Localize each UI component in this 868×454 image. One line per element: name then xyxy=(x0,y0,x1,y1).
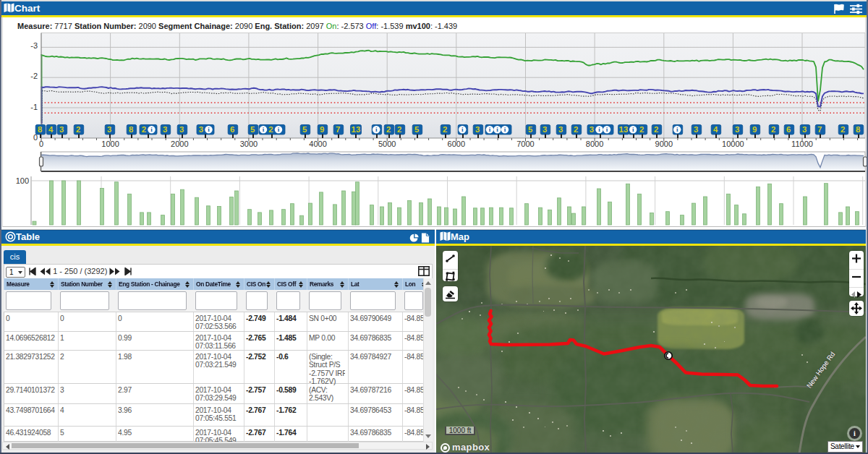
svg-text:9: 9 xyxy=(320,125,324,134)
svg-text:2: 2 xyxy=(443,125,447,134)
svg-text:6: 6 xyxy=(786,125,791,134)
svg-text:5000: 5000 xyxy=(378,140,396,148)
svg-text:2: 2 xyxy=(397,125,401,134)
svg-text:3: 3 xyxy=(735,125,739,134)
svg-text:7: 7 xyxy=(336,125,340,134)
svg-text:9000: 9000 xyxy=(655,140,673,148)
svg-text:8: 8 xyxy=(856,125,861,134)
svg-text:3000: 3000 xyxy=(240,140,258,148)
svg-text:3: 3 xyxy=(199,125,203,134)
svg-text:7000: 7000 xyxy=(516,140,534,148)
svg-text:0: 0 xyxy=(39,140,43,148)
svg-text:7: 7 xyxy=(817,125,822,134)
svg-text:5: 5 xyxy=(302,125,307,134)
svg-text:3: 3 xyxy=(59,125,64,134)
svg-text:-1: -1 xyxy=(30,103,38,111)
svg-text:3: 3 xyxy=(694,125,698,134)
svg-text:2: 2 xyxy=(771,125,775,134)
svg-text:3: 3 xyxy=(107,125,111,134)
svg-text:2: 2 xyxy=(654,125,658,134)
svg-text:8: 8 xyxy=(38,125,43,134)
svg-text:-3: -3 xyxy=(30,41,38,50)
svg-text:3: 3 xyxy=(163,125,167,134)
svg-text:3: 3 xyxy=(179,125,184,134)
svg-text:4000: 4000 xyxy=(309,140,326,148)
svg-text:5: 5 xyxy=(250,125,255,134)
svg-text:3: 3 xyxy=(802,125,807,134)
svg-text:10000: 10000 xyxy=(722,140,744,148)
svg-text:13: 13 xyxy=(619,125,629,134)
svg-text:3: 3 xyxy=(542,125,547,134)
svg-text:9: 9 xyxy=(752,125,757,134)
svg-text:2: 2 xyxy=(268,125,273,134)
svg-text:8: 8 xyxy=(129,125,134,134)
svg-text:2: 2 xyxy=(76,125,80,134)
svg-text:2: 2 xyxy=(142,125,146,134)
svg-text:3: 3 xyxy=(558,125,563,134)
svg-text:6000: 6000 xyxy=(448,140,465,148)
svg-text:2: 2 xyxy=(386,125,391,134)
svg-text:-2: -2 xyxy=(30,72,38,80)
svg-text:13: 13 xyxy=(352,125,361,134)
svg-text:3: 3 xyxy=(475,125,480,134)
svg-text:100: 100 xyxy=(16,176,29,185)
svg-text:8000: 8000 xyxy=(586,140,603,148)
svg-text:1000: 1000 xyxy=(101,140,119,148)
svg-text:6: 6 xyxy=(230,125,234,134)
svg-text:2000: 2000 xyxy=(171,140,188,148)
svg-text:5: 5 xyxy=(414,125,420,134)
svg-text:4: 4 xyxy=(48,125,54,134)
svg-text:2: 2 xyxy=(841,125,845,134)
svg-text:2: 2 xyxy=(574,125,578,134)
svg-text:4: 4 xyxy=(713,125,718,134)
svg-text:5: 5 xyxy=(528,125,533,134)
svg-text:3: 3 xyxy=(590,125,594,134)
svg-text:11000: 11000 xyxy=(791,140,813,148)
svg-text:2: 2 xyxy=(639,125,644,134)
